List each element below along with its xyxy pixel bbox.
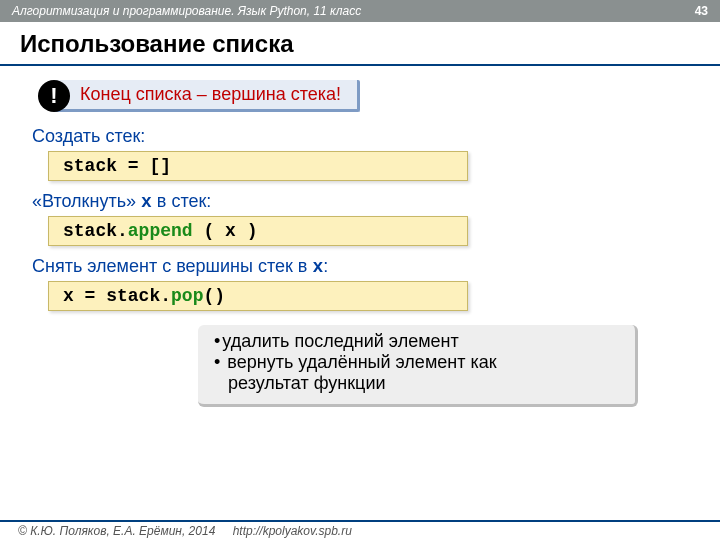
push-label: «Втолкнуть» x в стек: [32,191,692,212]
page-number: 43 [695,0,708,22]
exclamation-icon: ! [38,80,70,112]
footer: © К.Ю. Поляков, Е.А. Ерёмин, 2014 http:/… [0,520,720,540]
header-bar: Алгоритмизация и программирование. Язык … [0,0,720,22]
footer-link[interactable]: http://kpolyakov.spb.ru [233,524,352,538]
page-title: Использование списка [0,22,720,66]
callout: ! Конец списка – вершина стека! [38,80,398,112]
push-code: stack.append ( x ) [48,216,468,246]
create-label: Создать стек: [32,126,692,147]
content-area: ! Конец списка – вершина стека! Создать … [0,66,720,407]
note-item-2: вернуть удалённый элемент как результат … [214,352,619,394]
course-title: Алгоритмизация и программирование. Язык … [12,0,361,22]
create-code: stack = [] [48,151,468,181]
pop-code: x = stack.pop() [48,281,468,311]
callout-text: Конец списка – вершина стека! [54,80,360,112]
copyright: © К.Ю. Поляков, Е.А. Ерёмин, 2014 [18,524,215,538]
pop-label: Снять элемент с вершины стек в x: [32,256,692,277]
note-box: удалить последний элемент вернуть удалён… [198,325,638,407]
note-item-1: удалить последний элемент [214,331,619,352]
